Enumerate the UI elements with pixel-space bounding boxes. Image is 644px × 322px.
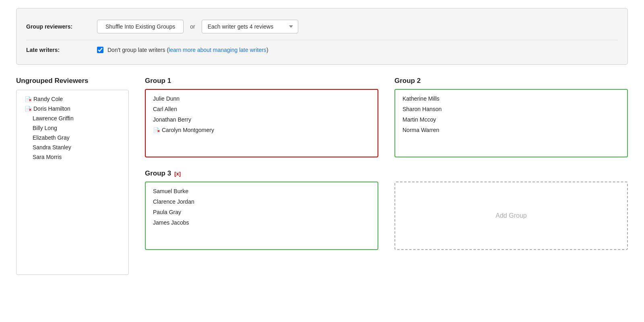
member-name: Sara Morris xyxy=(33,154,62,160)
member-name: James Jacobs xyxy=(153,219,189,226)
member-name: Clarence Jordan xyxy=(153,198,194,205)
member-name: Randy Cole xyxy=(33,96,63,102)
list-item: Billy Long xyxy=(23,125,122,131)
group-reviewers-row: Group reviewers: Shuffle Into Existing G… xyxy=(26,16,618,37)
page-wrapper: Group reviewers: Shuffle Into Existing G… xyxy=(0,0,644,283)
list-item: Julie Dunn xyxy=(153,95,370,102)
ungrouped-column: Ungrouped Reviewers Randy Cole Doris Ham… xyxy=(16,77,129,275)
list-item: Samuel Burke xyxy=(153,188,370,194)
list-item: Martin Mccoy xyxy=(402,116,620,123)
member-name: Samuel Burke xyxy=(153,188,188,194)
list-item: Lawrence Griffin xyxy=(23,115,122,122)
list-item: Elizabeth Gray xyxy=(23,134,122,141)
add-group-section: Add Group xyxy=(394,169,628,250)
member-name: Sandra Stanley xyxy=(33,144,71,151)
member-name: Jonathan Berry xyxy=(153,116,191,123)
list-item: Carolyn Montgomery xyxy=(153,127,370,133)
late-icon xyxy=(25,105,31,112)
group-2-box: Katherine Mills Sharon Hanson Martin Mcc… xyxy=(394,89,628,157)
group-1-header: Group 1 xyxy=(145,77,378,85)
ungrouped-title: Ungrouped Reviewers xyxy=(16,77,129,85)
member-name: Katherine Mills xyxy=(402,95,440,102)
late-writers-checkbox[interactable] xyxy=(97,47,103,53)
late-writers-text: Don't group late writers (learn more abo… xyxy=(107,47,268,53)
add-group-label: Add Group xyxy=(495,212,526,219)
late-icon xyxy=(25,96,31,102)
late-writers-link[interactable]: learn more about managing late writers xyxy=(169,47,266,53)
member-name: Carolyn Montgomery xyxy=(162,127,214,133)
member-name: Julie Dunn xyxy=(153,95,180,102)
member-name: Carl Allen xyxy=(153,106,177,112)
member-name: Sharon Hanson xyxy=(402,106,442,112)
list-item: Sara Morris xyxy=(23,154,122,160)
late-icon xyxy=(153,127,159,133)
group-3-delete-button[interactable]: [x] xyxy=(173,171,182,177)
group-1-title: Group 1 xyxy=(145,77,171,85)
list-item: Carl Allen xyxy=(153,106,370,112)
list-item: Paula Gray xyxy=(153,209,370,215)
or-text: or xyxy=(190,23,195,30)
groups-area: Group 1 Julie Dunn Carl Allen Jonathan B… xyxy=(145,77,628,250)
member-name: Lawrence Griffin xyxy=(33,115,74,122)
ungrouped-list: Randy Cole Doris Hamilton Lawrence Griff… xyxy=(23,96,122,160)
add-group-header-title xyxy=(394,169,396,178)
add-group-header xyxy=(394,169,628,178)
list-item: James Jacobs xyxy=(153,219,370,226)
settings-panel: Group reviewers: Shuffle Into Existing G… xyxy=(16,8,628,65)
group-2-section: Group 2 Katherine Mills Sharon Hanson Ma… xyxy=(394,77,628,157)
reviews-select[interactable]: Each writer gets 1 review Each writer ge… xyxy=(202,20,298,33)
group-3-section: Group 3 [x] Samuel Burke Clarence Jordan… xyxy=(145,169,378,250)
member-name: Elizabeth Gray xyxy=(33,134,70,141)
group-3-header: Group 3 [x] xyxy=(145,169,378,178)
list-item: Norma Warren xyxy=(402,127,620,133)
list-item: Jonathan Berry xyxy=(153,116,370,123)
list-item: Katherine Mills xyxy=(402,95,620,102)
ungrouped-box: Randy Cole Doris Hamilton Lawrence Griff… xyxy=(16,90,129,275)
group-2-header: Group 2 xyxy=(394,77,628,85)
group-3-box: Samuel Burke Clarence Jordan Paula Gray … xyxy=(145,182,378,250)
shuffle-button[interactable]: Shuffle Into Existing Groups xyxy=(97,20,184,33)
member-name: Doris Hamilton xyxy=(33,105,70,112)
main-area: Ungrouped Reviewers Randy Cole Doris Ham… xyxy=(16,77,628,275)
member-name: Norma Warren xyxy=(402,127,439,133)
list-item: Sharon Hanson xyxy=(402,106,620,112)
group-2-title: Group 2 xyxy=(394,77,421,85)
add-group-box[interactable]: Add Group xyxy=(394,182,628,250)
group-1-box: Julie Dunn Carl Allen Jonathan Berry Car… xyxy=(145,89,378,157)
member-name: Billy Long xyxy=(33,125,57,131)
list-item: Clarence Jordan xyxy=(153,198,370,205)
group-1-section: Group 1 Julie Dunn Carl Allen Jonathan B… xyxy=(145,77,378,157)
list-item: Doris Hamilton xyxy=(23,105,122,112)
list-item: Sandra Stanley xyxy=(23,144,122,151)
member-name: Martin Mccoy xyxy=(402,116,436,123)
member-name: Paula Gray xyxy=(153,209,181,215)
group-3-title: Group 3 xyxy=(145,169,171,178)
late-writers-label: Late writers: xyxy=(26,47,91,53)
group-reviewers-label: Group reviewers: xyxy=(26,23,91,30)
late-writers-control: Don't group late writers (learn more abo… xyxy=(97,47,268,53)
list-item: Randy Cole xyxy=(23,96,122,102)
late-writers-row: Late writers: Don't group late writers (… xyxy=(26,40,618,57)
